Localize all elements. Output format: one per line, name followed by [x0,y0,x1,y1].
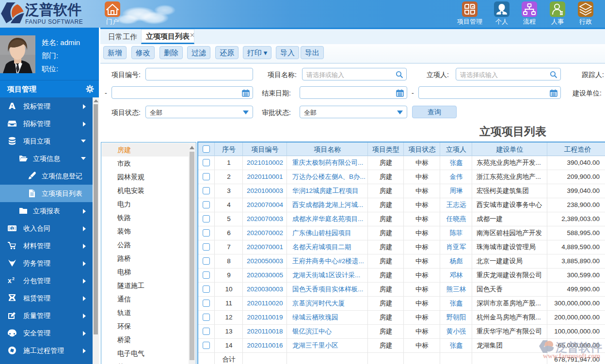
svg-text:2: 2 [12,276,15,281]
svg-text:www.fanpusoft.com: www.fanpusoft.com [543,352,601,360]
svg-text:泛普软件: 泛普软件 [555,341,602,354]
svg-text:1: 1 [11,226,14,231]
svg-text:x: x [8,277,12,285]
